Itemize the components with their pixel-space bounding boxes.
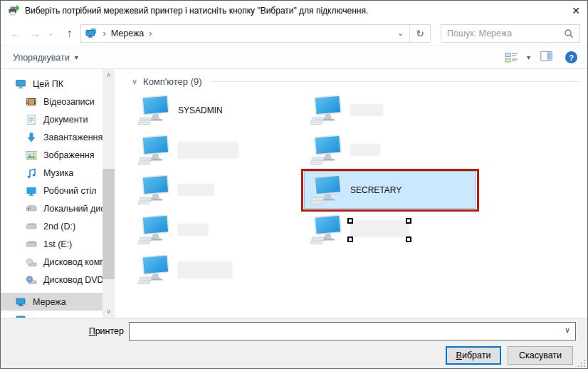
address-bar[interactable]: › Мережа › ⌄ ↻ — [80, 24, 431, 43]
computer-icon — [310, 95, 343, 125]
computer-item-redacted[interactable] — [132, 211, 304, 249]
sidebar-item-cd-drive[interactable]: Дисковод комп — [1, 253, 103, 271]
refresh-icon[interactable]: ↻ — [410, 28, 430, 39]
close-icon[interactable]: ✕ — [562, 1, 580, 21]
sidebar-item-videos[interactable]: Відеозаписи — [1, 93, 103, 110]
add-printer-icon — [8, 5, 19, 16]
search-input[interactable] — [447, 28, 564, 38]
computer-icon — [138, 95, 171, 125]
selection-handle — [347, 218, 353, 224]
printer-label-rest: ринтер — [95, 326, 124, 336]
sidebar-item-label: Дисковод DVD- — [43, 275, 103, 285]
computer-label: SECRETARY — [350, 185, 401, 195]
computer-item-secretary[interactable]: SECRETARY — [304, 171, 476, 209]
computer-item-redacted[interactable] — [304, 131, 476, 169]
sidebar-item-label: Зображення — [43, 150, 94, 160]
sidebar-item-label: Відеозаписи — [43, 97, 95, 107]
sidebar-item-pictures[interactable]: Зображення — [1, 146, 103, 164]
organize-menu-button[interactable]: Упорядкувати ▾ — [13, 53, 78, 63]
sidebar-item-dvd-drive[interactable]: Дисковод DVD- — [1, 271, 103, 289]
computer-item-redacted[interactable] — [132, 131, 304, 169]
search-box[interactable] — [441, 24, 580, 43]
computer-item-redacted[interactable] — [132, 251, 304, 289]
redacted-label — [178, 224, 208, 236]
computer-icon — [138, 215, 171, 245]
redacted-label — [178, 184, 214, 196]
up-button[interactable]: ↑ — [62, 28, 76, 39]
sidebar-item-network[interactable]: Мережа — [1, 293, 103, 311]
scrollbar-track[interactable] — [103, 81, 115, 306]
sidebar-item-label: Локальний диск — [43, 204, 103, 214]
computer-icon — [310, 215, 343, 245]
breadcrumb-separator[interactable]: › — [144, 28, 157, 38]
computer-icon — [138, 255, 171, 285]
group-header[interactable]: ∨ Комп'ютер (9) — [132, 76, 587, 87]
computer-icon — [138, 175, 171, 205]
documents-icon — [26, 114, 37, 125]
selection-handle — [406, 237, 411, 242]
redacted-label — [350, 104, 383, 116]
sidebar-item-drive-d[interactable]: 2nd (D:) — [1, 217, 103, 235]
printer-label-accesskey: П — [89, 326, 95, 336]
sidebar-item-documents[interactable]: Документи — [1, 110, 103, 128]
group-rule — [211, 81, 580, 82]
scroll-up-icon[interactable]: ∧ — [106, 69, 111, 81]
chevron-down-icon[interactable]: ▾ — [527, 53, 530, 61]
computer-item-redacted[interactable] — [304, 91, 476, 129]
redacted-label — [178, 142, 238, 159]
group-title: Комп'ютер (9) — [143, 76, 202, 87]
preview-pane-button[interactable] — [537, 48, 555, 66]
sidebar-item-label: Робочий стіл — [43, 186, 97, 196]
collapse-chevron-icon[interactable]: ∨ — [132, 77, 137, 86]
computer-icon — [310, 175, 343, 205]
button-row: Вибрати Скасувати — [1, 346, 573, 365]
selection-handle — [347, 237, 353, 242]
command-bar: Упорядкувати ▾ ▾ ? — [1, 46, 587, 69]
sidebar-item-drive-e[interactable]: 1st (E:) — [1, 235, 103, 253]
computer-item-redacted-selected[interactable] — [304, 211, 476, 249]
select-button[interactable]: Вибрати — [446, 346, 501, 365]
chevron-down-icon: ▾ — [75, 53, 78, 61]
select-label-rest: ибрати — [462, 350, 490, 360]
scroll-down-icon[interactable]: ∨ — [106, 306, 111, 318]
sidebar-item-label: Мережа — [33, 297, 66, 307]
organize-label: Упорядкувати — [13, 53, 70, 63]
music-icon — [26, 167, 37, 179]
change-view-button[interactable] — [502, 50, 521, 66]
help-button[interactable]: ? — [565, 51, 577, 63]
redacted-label — [350, 220, 409, 237]
sidebar-item-local-disk[interactable]: Локальний диск — [1, 199, 103, 217]
forward-button[interactable]: → — [26, 28, 45, 38]
sidebar-item-partial[interactable] — [1, 311, 103, 318]
computer-item-sysadmin[interactable]: SYSADMIN — [132, 91, 304, 129]
selection-handle — [406, 218, 411, 224]
sidebar-item-desktop[interactable]: Робочий стіл — [1, 182, 103, 199]
title-bar: Виберіть потрібний мережевий принтер і н… — [1, 1, 587, 21]
printer-input[interactable] — [129, 322, 576, 341]
pictures-icon — [26, 150, 37, 161]
sidebar-scrollbar[interactable]: ∧ ∨ — [103, 69, 115, 318]
redacted-label — [178, 261, 233, 279]
computer-item-redacted[interactable] — [132, 171, 304, 209]
sidebar-item-label: 2nd (D:) — [43, 222, 75, 232]
history-dropdown-icon[interactable]: ⌄ — [45, 29, 56, 37]
scrollbar-thumb[interactable] — [103, 169, 115, 279]
dialog-footer: Принтер ∨ Вибрати Скасувати — [1, 318, 587, 369]
sidebar-item-downloads[interactable]: Завантаження — [1, 128, 103, 146]
dialog-body: Цей ПК Відеозаписи Документи Завантаженн… — [1, 69, 587, 318]
sidebar-item-label: Цей ПК — [33, 79, 63, 89]
dvd-drive-icon — [26, 274, 37, 286]
address-dropdown-icon[interactable]: ⌄ — [392, 28, 409, 38]
search-icon[interactable] — [564, 28, 574, 38]
network-printer-dialog: Виберіть потрібний мережевий принтер і н… — [0, 0, 588, 369]
select-accesskey: В — [456, 350, 462, 360]
breadcrumb-separator: › — [98, 28, 110, 38]
sidebar-item-music[interactable]: Музика — [1, 164, 103, 182]
breadcrumb-network[interactable]: Мережа — [111, 28, 145, 38]
sidebar-item-this-pc[interactable]: Цей ПК — [1, 75, 103, 93]
navigation-bar: ← → ⌄ ↑ › Мережа › ⌄ ↻ — [1, 21, 587, 46]
resize-grip[interactable] — [577, 358, 586, 368]
cancel-button[interactable]: Скасувати — [508, 346, 573, 365]
window-title: Виберіть потрібний мережевий принтер і н… — [25, 6, 562, 16]
back-button[interactable]: ← — [6, 28, 26, 38]
